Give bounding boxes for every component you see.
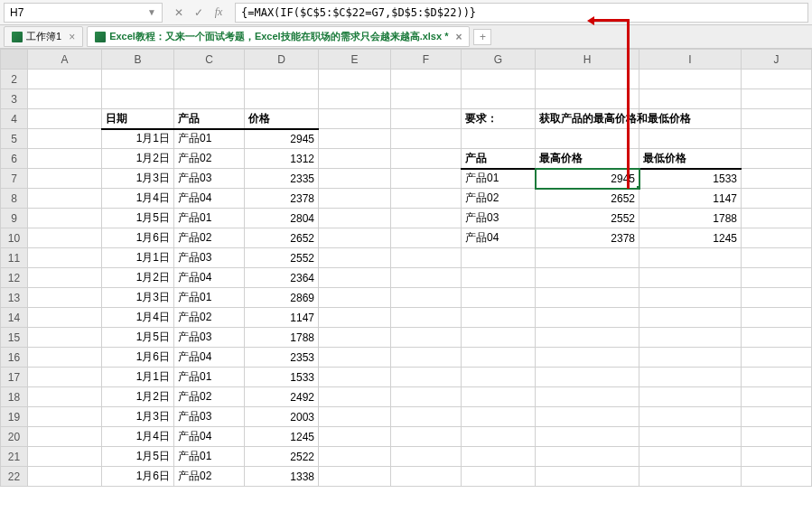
cell-A15[interactable] bbox=[28, 328, 102, 348]
cell-C12[interactable]: 产品04 bbox=[174, 268, 245, 288]
cell-C18[interactable]: 产品02 bbox=[174, 387, 245, 407]
cell-J10[interactable] bbox=[742, 228, 812, 248]
cell-I17[interactable] bbox=[639, 368, 742, 387]
cell-F13[interactable] bbox=[391, 288, 462, 308]
cell-F10[interactable] bbox=[391, 228, 462, 248]
cell-D16[interactable]: 2353 bbox=[245, 348, 319, 368]
spreadsheet-grid[interactable]: A B C D E F G H I J 234日期产品价格要求：获取产品的最高价… bbox=[0, 49, 812, 487]
cell-B19[interactable]: 1月3日 bbox=[102, 407, 174, 427]
cell-A12[interactable] bbox=[28, 268, 102, 288]
cell-D5[interactable]: 2945 bbox=[245, 129, 319, 149]
cell-C17[interactable]: 产品01 bbox=[174, 368, 245, 387]
cell-F17[interactable] bbox=[391, 368, 462, 387]
cell-E2[interactable] bbox=[319, 70, 391, 89]
cell-I10[interactable]: 1245 bbox=[639, 228, 742, 248]
cell-D12[interactable]: 2364 bbox=[245, 268, 319, 288]
cell-A21[interactable] bbox=[28, 447, 102, 467]
cell-B11[interactable]: 1月1日 bbox=[102, 248, 174, 268]
cell-D21[interactable]: 2522 bbox=[245, 447, 319, 467]
cell-G16[interactable] bbox=[462, 348, 536, 368]
cell-H9[interactable]: 2552 bbox=[536, 209, 639, 228]
cell-B5[interactable]: 1月1日 bbox=[102, 129, 174, 149]
cell-F15[interactable] bbox=[391, 328, 462, 348]
cell-D18[interactable]: 2492 bbox=[245, 387, 319, 407]
cell-I20[interactable] bbox=[639, 427, 742, 447]
cell-G3[interactable] bbox=[462, 89, 536, 109]
cell-F16[interactable] bbox=[391, 348, 462, 368]
cell-A14[interactable] bbox=[28, 308, 102, 328]
cell-C11[interactable]: 产品03 bbox=[174, 248, 245, 268]
cell-C15[interactable]: 产品03 bbox=[174, 328, 245, 348]
cell-E8[interactable] bbox=[319, 189, 391, 209]
cell-I18[interactable] bbox=[639, 387, 742, 407]
cell-E17[interactable] bbox=[319, 368, 391, 387]
cell-F6[interactable] bbox=[391, 149, 462, 169]
cell-I8[interactable]: 1147 bbox=[639, 189, 742, 209]
cell-F19[interactable] bbox=[391, 407, 462, 427]
cell-J15[interactable] bbox=[742, 328, 812, 348]
selection-handle[interactable] bbox=[636, 185, 639, 189]
cell-A3[interactable] bbox=[28, 89, 102, 109]
cell-G12[interactable] bbox=[462, 268, 536, 288]
row-header-4[interactable]: 4 bbox=[1, 109, 28, 129]
cell-G20[interactable] bbox=[462, 427, 536, 447]
cell-E22[interactable] bbox=[319, 467, 391, 487]
cell-H4[interactable]: 获取产品的最高价格和最低价格 bbox=[536, 109, 639, 129]
cell-F12[interactable] bbox=[391, 268, 462, 288]
cell-I13[interactable] bbox=[639, 288, 742, 308]
row-header-18[interactable]: 18 bbox=[1, 387, 28, 407]
cell-B2[interactable] bbox=[102, 70, 174, 89]
cell-A8[interactable] bbox=[28, 189, 102, 209]
cell-A13[interactable] bbox=[28, 288, 102, 308]
cell-G5[interactable] bbox=[462, 129, 536, 149]
cell-F22[interactable] bbox=[391, 467, 462, 487]
cell-C22[interactable]: 产品02 bbox=[174, 467, 245, 487]
row-header-21[interactable]: 21 bbox=[1, 447, 28, 467]
cell-I15[interactable] bbox=[639, 328, 742, 348]
cell-G14[interactable] bbox=[462, 308, 536, 328]
cell-E7[interactable] bbox=[319, 169, 391, 189]
cell-B20[interactable]: 1月4日 bbox=[102, 427, 174, 447]
cell-D13[interactable]: 2869 bbox=[245, 288, 319, 308]
cell-D19[interactable]: 2003 bbox=[245, 407, 319, 427]
cell-H5[interactable] bbox=[536, 129, 639, 149]
cell-D20[interactable]: 1245 bbox=[245, 427, 319, 447]
cancel-icon[interactable]: ✕ bbox=[172, 6, 186, 19]
cell-A2[interactable] bbox=[28, 70, 102, 89]
cell-J20[interactable] bbox=[742, 427, 812, 447]
cell-D7[interactable]: 2335 bbox=[245, 169, 319, 189]
col-header-A[interactable]: A bbox=[28, 50, 102, 70]
cell-F3[interactable] bbox=[391, 89, 462, 109]
cell-C5[interactable]: 产品01 bbox=[174, 129, 245, 149]
cell-E12[interactable] bbox=[319, 268, 391, 288]
row-header-6[interactable]: 6 bbox=[1, 149, 28, 169]
cell-J13[interactable] bbox=[742, 288, 812, 308]
cell-B16[interactable]: 1月6日 bbox=[102, 348, 174, 368]
cell-E14[interactable] bbox=[319, 308, 391, 328]
close-icon[interactable]: × bbox=[69, 31, 75, 43]
cell-E16[interactable] bbox=[319, 348, 391, 368]
cell-E19[interactable] bbox=[319, 407, 391, 427]
cell-B12[interactable]: 1月2日 bbox=[102, 268, 174, 288]
close-icon[interactable]: × bbox=[455, 31, 462, 43]
cell-I11[interactable] bbox=[639, 248, 742, 268]
cell-B4[interactable]: 日期 bbox=[102, 109, 174, 129]
cell-C8[interactable]: 产品04 bbox=[174, 189, 245, 209]
cell-G11[interactable] bbox=[462, 248, 536, 268]
cell-B22[interactable]: 1月6日 bbox=[102, 467, 174, 487]
row-header-20[interactable]: 20 bbox=[1, 427, 28, 447]
row-header-9[interactable]: 9 bbox=[1, 209, 28, 228]
cell-B14[interactable]: 1月4日 bbox=[102, 308, 174, 328]
cell-H16[interactable] bbox=[536, 348, 639, 368]
cell-C10[interactable]: 产品02 bbox=[174, 228, 245, 248]
cell-E5[interactable] bbox=[319, 129, 391, 149]
cell-J18[interactable] bbox=[742, 387, 812, 407]
cell-A22[interactable] bbox=[28, 467, 102, 487]
workbook-tab-1[interactable]: 工作簿1 × bbox=[4, 26, 83, 47]
cell-F9[interactable] bbox=[391, 209, 462, 228]
col-header-H[interactable]: H bbox=[536, 50, 639, 70]
cell-J4[interactable] bbox=[742, 109, 812, 129]
row-header-2[interactable]: 2 bbox=[1, 70, 28, 89]
cell-J7[interactable] bbox=[742, 169, 812, 189]
cell-J8[interactable] bbox=[742, 189, 812, 209]
